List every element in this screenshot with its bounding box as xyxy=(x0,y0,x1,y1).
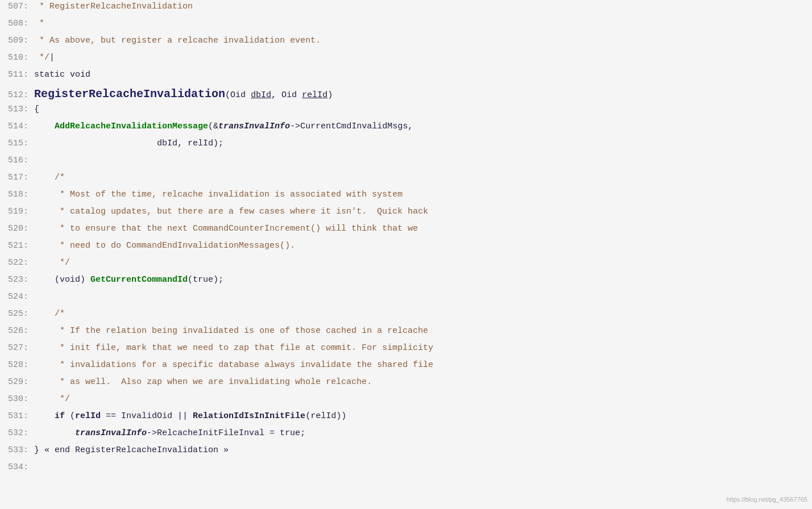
line-content: */ xyxy=(34,256,812,269)
line-content: * Most of the time, relcache invalidatio… xyxy=(34,188,812,201)
line-number: 516: xyxy=(0,154,34,167)
code-line: 516: xyxy=(0,154,812,171)
code-segment: * to ensure that the next CommandCounter… xyxy=(34,224,418,233)
code-segment: { xyxy=(34,105,39,114)
code-segment: == InvalidOid || xyxy=(101,411,193,421)
code-line: 525: /* xyxy=(0,307,812,324)
code-segment: dbId xyxy=(251,90,271,100)
code-line: 517: /* xyxy=(0,171,812,188)
line-content: */| xyxy=(34,51,812,64)
line-number: 514: xyxy=(0,120,34,133)
code-line: 529: * as well. Also zap when we are inv… xyxy=(0,376,812,393)
code-line: 518: * Most of the time, relcache invali… xyxy=(0,188,812,205)
line-number: 523: xyxy=(0,273,34,286)
watermark: https://blog.net/pg_43567765 xyxy=(726,495,807,504)
code-segment xyxy=(34,428,75,438)
line-content: /* xyxy=(34,307,812,320)
code-segment: * as well. Also zap when we are invalida… xyxy=(34,377,372,387)
line-number: 531: xyxy=(0,410,34,423)
code-segment: ->CurrentCmdInvalidMsgs, xyxy=(290,122,413,131)
code-segment: , Oid xyxy=(271,90,302,100)
code-segment: relId xyxy=(75,411,101,421)
line-number: 521: xyxy=(0,239,34,252)
line-content: * If the relation being invalidated is o… xyxy=(34,324,812,337)
line-number: 525: xyxy=(0,307,34,320)
code-line: 510: */| xyxy=(0,51,812,68)
line-content: { xyxy=(34,103,812,116)
line-content: } « end RegisterRelcacheInvalidation » xyxy=(34,444,812,457)
code-segment: GetCurrentCommandId xyxy=(90,275,188,285)
code-line: 512:RegisterRelcacheInvalidation(Oid dbI… xyxy=(0,85,812,103)
code-line: 527: * init file, mark that we need to z… xyxy=(0,341,812,358)
code-line: 520: * to ensure that the next CommandCo… xyxy=(0,222,812,239)
line-number: 524: xyxy=(0,290,34,303)
code-segment: * catalog updates, but there are a few c… xyxy=(34,207,428,216)
line-number: 507: xyxy=(0,0,34,13)
line-number: 517: xyxy=(0,171,34,184)
code-segment: */ xyxy=(34,394,70,404)
code-line: 522: */ xyxy=(0,256,812,273)
line-content: * RegisterRelcacheInvalidation xyxy=(34,0,812,13)
line-content: RegisterRelcacheInvalidation(Oid dbId, O… xyxy=(34,85,812,103)
line-content: AddRelcacheInvalidationMessage(&transInv… xyxy=(34,120,812,133)
line-number: 532: xyxy=(0,427,34,440)
line-number: 527: xyxy=(0,341,34,354)
code-line: 515: dbId, relId); xyxy=(0,137,812,154)
code-segment: } « end RegisterRelcacheInvalidation » xyxy=(34,445,229,455)
line-content: if (relId == InvalidOid || RelationIdIsI… xyxy=(34,410,812,423)
code-segment: relId xyxy=(302,90,328,100)
code-segment: /* xyxy=(34,309,65,319)
code-line: 511:static void xyxy=(0,68,812,85)
line-number: 533: xyxy=(0,444,34,457)
code-line: 519: * catalog updates, but there are a … xyxy=(0,205,812,222)
code-segment: AddRelcacheInvalidationMessage xyxy=(55,122,208,131)
line-number: 508: xyxy=(0,17,34,30)
code-segment: */ xyxy=(34,258,70,268)
code-segment: * RegisterRelcacheInvalidation xyxy=(34,2,193,11)
code-line: 526: * If the relation being invalidated… xyxy=(0,324,812,341)
line-content: dbId, relId); xyxy=(34,137,812,150)
code-container: 507: * RegisterRelcacheInvalidation508: … xyxy=(0,0,812,509)
code-segment: * xyxy=(34,19,44,28)
line-number: 528: xyxy=(0,358,34,372)
code-segment: (void) xyxy=(34,275,90,285)
line-content: * as well. Also zap when we are invalida… xyxy=(34,376,812,389)
line-content: * need to do CommandEndInvalidationMessa… xyxy=(34,239,812,252)
code-segment: (relId)) xyxy=(305,411,346,421)
line-number: 522: xyxy=(0,256,34,269)
line-content: * xyxy=(34,17,812,30)
line-number: 513: xyxy=(0,103,34,116)
code-segment: */ xyxy=(34,53,49,62)
code-line: 521: * need to do CommandEndInvalidation… xyxy=(0,239,812,256)
code-line: 534: xyxy=(0,461,812,478)
line-number: 515: xyxy=(0,137,34,150)
code-segment: transInvalInfo xyxy=(75,428,147,438)
line-content: transInvalInfo->RelcacheInitFileInval = … xyxy=(34,427,812,440)
code-line: 528: * invalidations for a specific data… xyxy=(0,358,812,376)
code-line: 508: * xyxy=(0,17,812,34)
code-segment: * need to do CommandEndInvalidationMessa… xyxy=(34,241,295,251)
line-number: 526: xyxy=(0,324,34,337)
code-line: 530: */ xyxy=(0,393,812,410)
code-line: 532: transInvalInfo->RelcacheInitFileInv… xyxy=(0,427,812,444)
code-line: 531: if (relId == InvalidOid || Relation… xyxy=(0,410,812,427)
code-segment: * If the relation being invalidated is o… xyxy=(34,326,428,336)
function-name-large: RegisterRelcacheInvalidation xyxy=(34,87,225,101)
line-number: 510: xyxy=(0,51,34,64)
code-segment: if xyxy=(55,411,65,421)
code-segment: | xyxy=(49,53,55,62)
code-segment: (true); xyxy=(188,275,223,285)
code-segment: RelationIdIsInInitFile xyxy=(193,411,305,421)
code-segment: ) xyxy=(328,90,333,100)
line-number: 518: xyxy=(0,188,34,201)
code-segment: dbId, relId); xyxy=(34,139,223,148)
line-content: * As above, but register a relcache inva… xyxy=(34,34,812,47)
line-content: * init file, mark that we need to zap th… xyxy=(34,341,812,354)
line-number: 529: xyxy=(0,376,34,389)
line-number: 530: xyxy=(0,393,34,406)
code-segment: static void xyxy=(34,70,90,80)
code-segment xyxy=(34,122,55,131)
code-segment: (& xyxy=(208,122,218,131)
line-content: * invalidations for a specific database … xyxy=(34,358,812,372)
code-line: 514: AddRelcacheInvalidationMessage(&tra… xyxy=(0,120,812,137)
